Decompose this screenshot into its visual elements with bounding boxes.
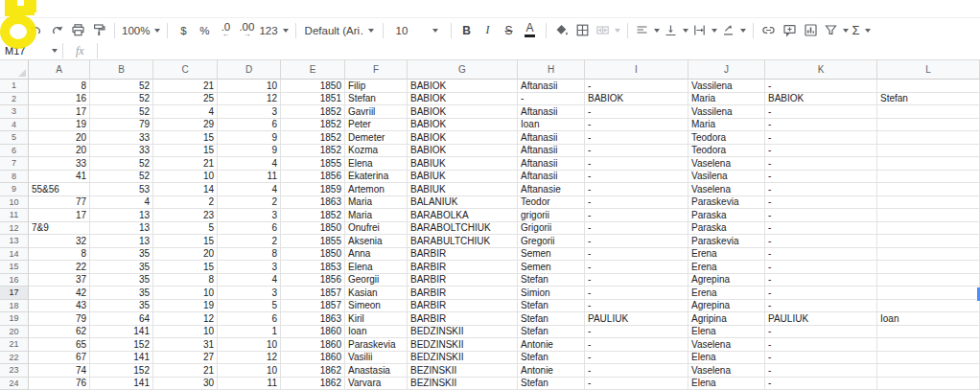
cell-I20[interactable]: - — [585, 326, 688, 339]
cell-B16[interactable]: 35 — [90, 274, 153, 287]
cell-I9[interactable]: - — [585, 183, 688, 196]
cell-F24[interactable]: Varvara — [345, 378, 408, 390]
cell-F12[interactable]: Onufrei — [345, 222, 408, 236]
cell-D16[interactable]: 4 — [218, 274, 281, 287]
cell-L5[interactable] — [877, 131, 980, 145]
cell-B1[interactable]: 52 — [90, 80, 153, 93]
cell-H14[interactable]: Semen — [518, 248, 585, 262]
cell-A11[interactable]: 17 — [29, 209, 90, 222]
cell-J2[interactable]: Maria — [688, 93, 765, 106]
cell-F7[interactable]: Elena — [345, 157, 408, 171]
cell-J4[interactable]: Maria — [688, 119, 765, 132]
cell-I8[interactable]: - — [585, 171, 688, 184]
cell-L8[interactable] — [877, 171, 980, 184]
cell-I1[interactable]: - — [585, 80, 688, 93]
cell-J7[interactable]: Vaselena — [688, 157, 765, 171]
cell-G6[interactable]: BABIOK — [408, 145, 518, 158]
cell-D6[interactable]: 9 — [218, 145, 281, 158]
cell-I21[interactable]: - — [585, 338, 688, 352]
cell-H7[interactable]: Aftanasii — [518, 157, 585, 171]
cell-G1[interactable]: BABIOK — [408, 80, 518, 93]
cell-H21[interactable]: Antonie — [518, 338, 585, 352]
cell-G20[interactable]: BEDZINSKII — [408, 326, 518, 339]
cell-C10[interactable]: 2 — [153, 196, 218, 210]
cell-E1[interactable]: 1850 — [281, 80, 345, 93]
cell-E21[interactable]: 1860 — [281, 338, 345, 352]
cell-A2[interactable]: 16 — [29, 93, 90, 106]
cell-A13[interactable]: 32 — [29, 235, 90, 248]
cell-C4[interactable]: 29 — [153, 119, 218, 132]
cell-L22[interactable] — [877, 352, 980, 365]
cell-I13[interactable]: - — [585, 235, 688, 248]
cell-C12[interactable]: 5 — [153, 222, 218, 236]
cell-I10[interactable]: - — [585, 196, 688, 210]
cell-A24[interactable]: 76 — [29, 378, 90, 390]
cell-I2[interactable]: BABIOK — [585, 93, 688, 106]
row-header-20[interactable]: 20 — [0, 326, 29, 339]
column-header-L[interactable]: L — [877, 60, 980, 80]
row-header-9[interactable]: 9 — [0, 183, 29, 196]
cell-G8[interactable]: BABIUK — [408, 171, 518, 184]
row-header-18[interactable]: 18 — [0, 300, 29, 313]
cell-G23[interactable]: BEZINSKII — [408, 364, 518, 378]
cell-L19[interactable]: Ioan — [877, 312, 980, 326]
column-header-C[interactable]: C — [153, 60, 218, 80]
cell-H6[interactable]: Aftanasii — [518, 145, 585, 158]
cell-H18[interactable]: Stefan — [518, 300, 585, 313]
cell-L1[interactable] — [877, 80, 980, 93]
cell-I23[interactable]: - — [585, 364, 688, 378]
cell-J3[interactable]: Vassilena — [688, 105, 765, 119]
cell-G5[interactable]: BABIOK — [408, 131, 518, 145]
cell-H8[interactable]: Aftanasii — [518, 171, 585, 184]
cell-G21[interactable]: BEDZINSKII — [408, 338, 518, 352]
cell-H17[interactable]: Simion — [518, 287, 585, 300]
redo-button[interactable] — [48, 20, 65, 41]
cell-B18[interactable]: 35 — [90, 300, 153, 313]
cell-G24[interactable]: BEZINSKII — [408, 378, 518, 390]
cell-C9[interactable]: 14 — [153, 183, 218, 196]
print-button[interactable] — [69, 20, 86, 41]
cell-C2[interactable]: 25 — [153, 93, 218, 106]
cell-G16[interactable]: BARBIR — [408, 274, 518, 287]
cell-E2[interactable]: 1851 — [281, 93, 345, 106]
cell-G7[interactable]: BABIUK — [408, 157, 518, 171]
cell-K19[interactable]: PAULIUK — [765, 312, 877, 326]
cell-D20[interactable]: 1 — [218, 326, 281, 339]
cell-G17[interactable]: BARBIR — [408, 287, 518, 300]
insert-chart-button[interactable] — [803, 20, 820, 41]
cell-I15[interactable]: - — [585, 261, 688, 274]
insert-link-button[interactable] — [760, 20, 778, 41]
cell-G3[interactable]: BABIOK — [408, 105, 518, 119]
row-header-16[interactable]: 16 — [0, 274, 29, 287]
cell-J18[interactable]: Agrepina — [688, 300, 765, 313]
column-header-H[interactable]: H — [518, 60, 585, 80]
row-header-2[interactable]: 2 — [0, 93, 29, 106]
cell-D12[interactable]: 6 — [218, 222, 281, 236]
cell-H15[interactable]: Semen — [518, 261, 585, 274]
format-currency-button[interactable]: $ — [175, 20, 192, 41]
cell-D17[interactable]: 3 — [218, 287, 281, 300]
row-header-7[interactable]: 7 — [0, 157, 29, 171]
cell-F15[interactable]: Elena — [345, 261, 408, 274]
cell-L10[interactable] — [877, 196, 980, 210]
cell-I24[interactable]: - — [585, 378, 688, 390]
row-header-12[interactable]: 12 — [0, 222, 29, 236]
cell-K21[interactable]: - — [765, 338, 877, 352]
column-header-K[interactable]: K — [765, 60, 877, 80]
cell-B22[interactable]: 141 — [90, 352, 153, 365]
cell-H22[interactable]: Stefan — [518, 352, 585, 365]
cell-L7[interactable] — [877, 157, 980, 171]
cell-J1[interactable]: Vassilena — [688, 80, 765, 93]
cell-J6[interactable]: Teodora — [688, 145, 765, 158]
merge-cells-button[interactable] — [595, 20, 620, 41]
cell-L16[interactable] — [877, 274, 980, 287]
cell-H2[interactable]: - — [518, 93, 585, 106]
column-header-B[interactable]: B — [90, 60, 153, 80]
cell-H13[interactable]: Gregorii — [518, 235, 585, 248]
row-header-22[interactable]: 22 — [0, 352, 29, 365]
cell-K8[interactable]: - — [765, 171, 877, 184]
cell-B15[interactable]: 35 — [90, 261, 153, 274]
cell-C23[interactable]: 21 — [153, 364, 218, 378]
cell-A14[interactable]: 8 — [29, 248, 90, 262]
cell-L24[interactable] — [877, 378, 980, 390]
